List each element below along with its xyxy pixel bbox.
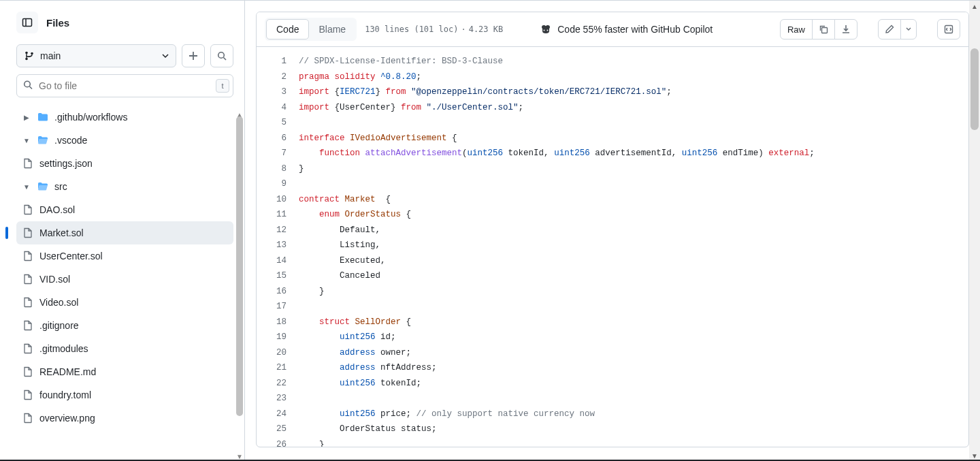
tree-item-readme[interactable]: README.md: [16, 360, 233, 383]
stats-size: 4.23 KB: [469, 25, 504, 34]
tree-item-gitignore[interactable]: .gitignore: [16, 314, 233, 337]
tree-label: foundry.toml: [39, 390, 91, 400]
panel-icon: [22, 17, 33, 28]
search-button[interactable]: [210, 44, 233, 67]
tab-blame[interactable]: Blame: [309, 19, 355, 39]
files-title: Files: [46, 17, 69, 29]
chevron-right-icon: ▶: [22, 114, 31, 121]
search-icon: [217, 51, 227, 61]
tree-label: src: [54, 181, 67, 192]
edit-button[interactable]: [878, 19, 901, 39]
svg-point-3: [25, 58, 28, 61]
stats-lines: 130 lines (101 loc): [365, 25, 458, 34]
code-view[interactable]: 1234567891011121314151617181920212223242…: [257, 47, 968, 447]
svg-point-6: [24, 81, 31, 87]
tree-item-overview[interactable]: overview.png: [16, 407, 233, 430]
tree-label: Video.sol: [39, 297, 78, 308]
go-to-file-input[interactable]: [16, 74, 233, 97]
copy-button[interactable]: [812, 19, 835, 39]
sidebar-scrollbar[interactable]: [236, 116, 243, 416]
page-scrollbar[interactable]: ▲ ▼: [969, 1, 980, 461]
tree-label: Market.sol: [39, 227, 84, 238]
raw-button[interactable]: Raw: [780, 19, 813, 39]
file-icon: [22, 251, 34, 261]
tree-label: overview.png: [39, 413, 95, 424]
tree-item-settings-json[interactable]: settings.json: [16, 152, 233, 175]
file-toolbar: Code Blame 130 lines (101 loc) · 4.23 KB…: [257, 12, 968, 47]
tree-item-market[interactable]: Market.sol: [16, 221, 233, 244]
edit-more-button[interactable]: [900, 19, 917, 39]
tree-item-foundry[interactable]: foundry.toml: [16, 383, 233, 407]
file-icon: [22, 366, 34, 377]
sidebar: Files main t ▶ .github/workflows: [0, 1, 245, 461]
tree-item-video[interactable]: Video.sol: [16, 291, 233, 314]
file-stats: 130 lines (101 loc) · 4.23 KB: [365, 25, 503, 34]
tree-label: settings.json: [39, 158, 93, 169]
git-branch-icon: [24, 50, 35, 61]
plus-icon: [189, 51, 198, 61]
chevron-down-icon: ▼: [22, 137, 31, 144]
tree-label: .gitignore: [39, 320, 79, 331]
tree-item-dao[interactable]: DAO.sol: [16, 198, 233, 221]
file-tree: ▶ .github/workflows ▼ .vscode settings.j…: [16, 106, 233, 430]
svg-point-5: [218, 52, 225, 59]
chevron-down-icon: [162, 52, 169, 59]
tree-label: README.md: [39, 366, 96, 377]
search-icon: [23, 80, 33, 90]
tree-label: VID.sol: [39, 274, 70, 285]
svg-rect-0: [23, 19, 32, 27]
svg-point-8: [547, 30, 549, 31]
main: Code Blame 130 lines (101 loc) · 4.23 KB…: [245, 1, 980, 461]
file-icon: [22, 343, 34, 354]
svg-point-2: [25, 52, 28, 54]
tree-item-github-workflows[interactable]: ▶ .github/workflows: [16, 106, 233, 129]
branch-selector[interactable]: main: [16, 44, 176, 67]
folder-open-icon: [37, 181, 49, 192]
file-icon: [22, 158, 34, 169]
chevron-down-icon: ▼: [22, 183, 31, 191]
tree-item-gitmodules[interactable]: .gitmodules: [16, 337, 233, 360]
copilot-text: Code 55% faster with GitHub Copilot: [557, 24, 713, 35]
folder-open-icon: [37, 135, 49, 146]
tree-label: UserCenter.sol: [39, 251, 103, 261]
symbols-icon: [944, 25, 953, 34]
tree-item-src[interactable]: ▼ src: [16, 175, 233, 198]
download-icon: [841, 25, 851, 34]
file-icon: [22, 204, 34, 215]
copy-icon: [819, 25, 828, 34]
tree-label: .vscode: [54, 135, 87, 146]
file-icon: [22, 297, 34, 308]
tree-item-vscode[interactable]: ▼ .vscode: [16, 129, 233, 152]
pencil-icon: [885, 25, 894, 34]
tree-label: DAO.sol: [39, 204, 75, 215]
svg-rect-9: [822, 28, 828, 33]
file-icon: [22, 320, 34, 331]
view-toggle: Code Blame: [265, 18, 357, 41]
folder-icon: [37, 112, 49, 123]
code-content: // SPDX-License-Identifier: BSD-3-Clause…: [299, 47, 815, 447]
scroll-up-icon[interactable]: ▲: [969, 1, 980, 12]
tree-label: .github/workflows: [54, 112, 127, 123]
symbols-button[interactable]: [937, 19, 960, 39]
svg-point-7: [544, 30, 545, 31]
tab-code[interactable]: Code: [266, 19, 309, 39]
copilot-prompt[interactable]: Code 55% faster with GitHub Copilot: [540, 23, 713, 35]
svg-point-4: [31, 52, 33, 55]
branch-name: main: [40, 50, 61, 61]
scrollbar-thumb[interactable]: [970, 48, 979, 130]
active-indicator: [5, 227, 8, 239]
chevron-down-icon: [906, 27, 911, 32]
file-icon: [22, 413, 34, 424]
file-icon: [22, 227, 34, 238]
file-icon: [22, 390, 34, 400]
go-to-file-shortcut: t: [216, 79, 229, 93]
add-file-button[interactable]: [182, 44, 205, 67]
line-gutter: 1234567891011121314151617181920212223242…: [257, 47, 299, 447]
tree-item-usercenter[interactable]: UserCenter.sol: [16, 244, 233, 268]
tree-item-vid[interactable]: VID.sol: [16, 268, 233, 291]
file-icon: [22, 274, 34, 285]
download-button[interactable]: [834, 19, 858, 39]
copilot-icon: [540, 23, 552, 35]
tree-label: .gitmodules: [39, 343, 88, 354]
collapse-sidebar-button[interactable]: [16, 12, 38, 33]
